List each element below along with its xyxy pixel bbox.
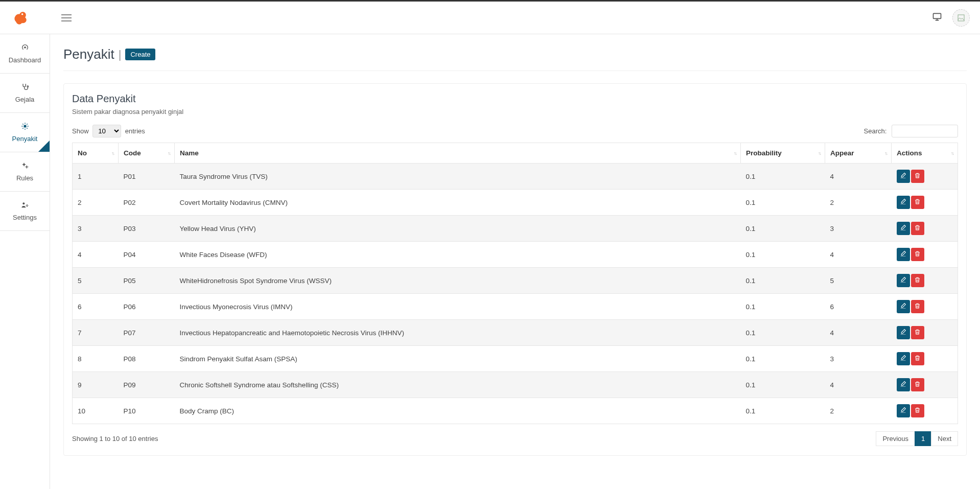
cell-appear: 6 [825,294,892,320]
col-no[interactable]: No↑↓ [73,143,119,164]
table-info: Showing 1 to 10 of 10 entries [72,435,158,443]
cell-no: 6 [73,294,119,320]
edit-button[interactable] [897,248,910,261]
trash-icon [914,329,921,337]
sidebar-item-label: Settings [13,214,37,221]
cell-code: P03 [119,216,175,242]
table-row: 6P06Invectious Myonecrosis Virus (IMNV)0… [73,294,958,320]
delete-button[interactable] [911,248,924,261]
edit-button[interactable] [897,274,910,287]
cell-code: P10 [119,398,175,424]
sidebar-item-label: Gejala [15,96,35,103]
edit-button[interactable] [897,326,910,339]
cell-probability: 0.1 [741,216,825,242]
cell-probability: 0.1 [741,346,825,372]
edit-icon [900,172,906,180]
edit-button[interactable] [897,300,910,313]
svg-point-5 [23,164,25,166]
menu-toggle[interactable] [61,14,72,21]
length-select[interactable]: 10 [92,125,121,137]
sidebar-item-settings[interactable]: Settings [0,192,50,231]
svg-point-6 [26,166,27,168]
edit-button[interactable] [897,196,910,209]
delete-button[interactable] [911,378,924,391]
page-next[interactable]: Next [931,431,958,446]
delete-button[interactable] [911,352,924,365]
sidebar-item-rules[interactable]: Rules [0,152,50,192]
delete-button[interactable] [911,222,924,235]
edit-icon [900,407,906,415]
pagination: Previous 1 Next [876,431,958,446]
cell-code: P01 [119,164,175,190]
sidebar-item-gejala[interactable]: Gejala [0,74,50,113]
svg-point-8 [26,205,28,206]
delete-button[interactable] [911,274,924,287]
cell-code: P02 [119,190,175,216]
edit-icon [900,198,906,206]
card-title: Data Penyakit [72,93,958,105]
cell-name: Chronic Softshell Syndrome atau Softshel… [175,372,741,398]
edit-button[interactable] [897,352,910,365]
cell-no: 7 [73,320,119,346]
cell-no: 10 [73,398,119,424]
delete-button[interactable] [911,404,924,417]
cell-probability: 0.1 [741,190,825,216]
app-logo[interactable] [10,8,31,28]
cell-no: 3 [73,216,119,242]
cell-appear: 4 [825,372,892,398]
col-probability[interactable]: Probability↑↓ [741,143,825,164]
cell-code: P08 [119,346,175,372]
svg-rect-1 [934,13,941,18]
delete-button[interactable] [911,196,924,209]
length-control: Show 10 entries [72,125,145,137]
sidebar-item-dashboard[interactable]: Dashboard [0,34,50,74]
delete-button[interactable] [911,170,924,183]
search-input[interactable] [892,125,958,137]
col-name[interactable]: Name↑↓ [175,143,741,164]
create-button[interactable]: Create [125,49,155,60]
edit-button[interactable] [897,404,910,417]
cell-actions [892,294,958,320]
cell-probability: 0.1 [741,242,825,268]
edit-icon [900,355,906,363]
trash-icon [914,381,921,389]
edit-button[interactable] [897,222,910,235]
page-1[interactable]: 1 [915,431,931,446]
table-row: 3P03Yellow Head Virus (YHV)0.13 [73,216,958,242]
edit-button[interactable] [897,170,910,183]
search-control: Search: [864,125,958,137]
col-code[interactable]: Code↑↓ [119,143,175,164]
cell-name: Invectious Hepatopancreatic and Haemotop… [175,320,741,346]
svg-point-0 [21,13,24,15]
cell-no: 1 [73,164,119,190]
cell-no: 5 [73,268,119,294]
col-actions[interactable]: Actions↑↓ [892,143,958,164]
delete-button[interactable] [911,326,924,339]
trash-icon [914,224,921,232]
trash-icon [914,407,921,415]
fullscreen-icon[interactable] [932,12,942,24]
svg-rect-2 [958,15,964,21]
page-prev[interactable]: Previous [876,431,915,446]
col-appear[interactable]: Appear↑↓ [825,143,892,164]
cell-actions [892,372,958,398]
cell-probability: 0.1 [741,268,825,294]
cell-actions [892,216,958,242]
avatar[interactable] [952,9,970,27]
cell-name: Body Cramp (BC) [175,398,741,424]
edit-icon [900,329,906,337]
trash-icon [914,250,921,259]
cell-appear: 3 [825,346,892,372]
topbar [0,0,980,34]
cell-probability: 0.1 [741,320,825,346]
cell-code: P07 [119,320,175,346]
edit-button[interactable] [897,378,910,391]
edit-icon [900,276,906,285]
delete-button[interactable] [911,300,924,313]
card-subtitle: Sistem pakar diagnosa penyakit ginjal [72,108,958,115]
cell-name: Invectious Myonecrosis Virus (IMNV) [175,294,741,320]
cell-no: 2 [73,190,119,216]
table-row: 8P08Sindrom Penyakit Sulfat Asam (SPSA)0… [73,346,958,372]
sidebar-item-penyakit[interactable]: Penyakit [0,113,50,152]
cell-actions [892,190,958,216]
